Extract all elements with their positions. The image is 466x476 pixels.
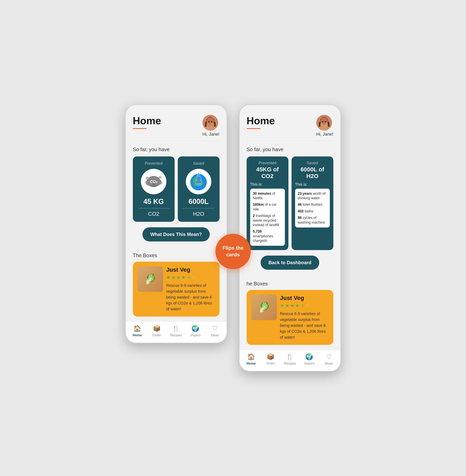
left-product-card: 🥬 Just Veg ★ ★ ★ ★ ★ ☆ Rescue 8-9 variet… (133, 262, 220, 317)
svg-point-32 (322, 121, 323, 122)
left-nav-impact[interactable]: 🌍 Impact (186, 325, 205, 337)
left-nav-recipes-label: Recipes (170, 333, 182, 337)
right-product-desc: Rescue 8-9 varieties of vegetable surplu… (280, 311, 329, 340)
svg-point-33 (325, 121, 326, 122)
left-co2-value: 45 KG (136, 197, 172, 206)
right-order-icon: 📦 (267, 353, 275, 360)
right-nav-ideas[interactable]: ♡ Ideas (319, 353, 338, 366)
left-page-title: Home (133, 115, 161, 127)
impact-icon: 🌍 (191, 325, 199, 332)
left-h2o-value: 6000L (181, 197, 216, 206)
order-icon: 📦 (153, 325, 161, 332)
right-co2-items: 30 minutes of Netflix 180km of a car rid… (250, 189, 285, 246)
right-star-1: ★ (280, 303, 284, 308)
left-h2o-icon-circle: SAVE THE WATER (186, 169, 211, 194)
right-header-left: Home (247, 115, 275, 129)
svg-text:WATER: WATER (196, 181, 201, 183)
right-veg-bag-image: 🥬 (251, 295, 277, 320)
right-star-3: ★ (290, 303, 294, 308)
left-title-underline (133, 128, 147, 129)
svg-point-31 (320, 117, 328, 123)
right-h2o-this-is: This is: (295, 182, 330, 187)
right-ideas-icon: ♡ (326, 353, 332, 360)
left-co2-card: Prevented (133, 156, 175, 222)
left-header-right: Hi, Jane! (202, 115, 220, 137)
svg-point-5 (210, 125, 213, 126)
right-nav-recipes[interactable]: 🍴 Recipes (280, 353, 300, 366)
left-nav-ideas[interactable]: ♡ Ideas (205, 325, 225, 337)
left-bottom-nav: 🏠 Home 📦 Order 🍴 Recipes 🌍 Impact ♡ (126, 321, 227, 343)
left-co2-label: Prevented (136, 161, 172, 166)
right-product-stars: ★ ★ ★ ★ ★ ☆ (280, 303, 329, 308)
left-nav-home[interactable]: 🏠 Home (128, 325, 147, 337)
left-h2o-card: Saved (178, 156, 220, 222)
flip-annotation: Flips the cards (215, 234, 251, 269)
flip-text-line1: Flips the (222, 245, 244, 251)
right-h2o-item-1: 23 years worth of drinking water (298, 191, 327, 201)
right-co2-item-3: 2 trashbags of waste recycled instead of… (253, 214, 282, 227)
right-nav-impact[interactable]: 🌍 Impact (300, 353, 319, 366)
svg-text:THE: THE (197, 179, 200, 181)
left-stats-row: Prevented (133, 156, 220, 222)
recipes-icon: 🍴 (172, 325, 180, 332)
left-boxes-section: The Boxes 🥬 Just Veg ★ ★ ★ ★ ★ ☆ Re (126, 252, 227, 317)
right-stats-row: Prevented 45KG of CO2 This is: 30 minute… (247, 156, 333, 250)
right-title-underline (247, 128, 260, 129)
right-avatar (316, 115, 332, 131)
svg-point-4 (208, 125, 210, 126)
right-h2o-expanded-value: 6000L of H2O (295, 166, 330, 179)
right-co2-item-1: 30 minutes of Netflix (253, 191, 282, 201)
right-main: So far, you have Prevented 45KG of CO2 T… (240, 141, 340, 281)
svg-text:CO₂: CO₂ (150, 179, 157, 184)
left-nav-order-label: Order (152, 333, 161, 337)
what-does-this-mean-button[interactable]: What Does This Mean? (142, 227, 210, 241)
svg-point-7 (211, 121, 212, 122)
right-co2-expanded-card: Prevented 45KG of CO2 This is: 30 minute… (247, 156, 288, 250)
left-phone: Home (125, 104, 227, 343)
right-recipes-icon: 🍴 (286, 353, 294, 360)
left-main: So far, you have Prevented (126, 141, 227, 252)
home-icon: 🏠 (133, 325, 141, 332)
left-so-far-text: So far, you have (133, 146, 220, 153)
ideas-icon: ♡ (212, 325, 218, 332)
svg-text:CO₂: CO₂ (159, 177, 162, 178)
star-6-empty: ☆ (192, 275, 196, 280)
left-nav-recipes[interactable]: 🍴 Recipes (166, 325, 186, 337)
right-nav-order-label: Order (266, 362, 275, 366)
right-header-right: Hi, Jane! (316, 115, 333, 137)
left-header: Home (126, 105, 227, 141)
right-nav-home[interactable]: 🏠 Home (242, 353, 261, 366)
right-greeting: Hi, Jane! (316, 132, 333, 137)
right-nav-recipes-label: Recipes (284, 362, 296, 366)
svg-point-17 (160, 182, 163, 184)
svg-point-6 (208, 121, 210, 122)
right-co2-item-2: 180km of a car ride (253, 202, 282, 212)
left-product-stars: ★ ★ ★ ★ ★ ☆ (166, 275, 215, 280)
right-product-name: Just Veg (280, 295, 329, 301)
star-2: ★ (171, 275, 176, 280)
star-4: ★ (182, 275, 186, 280)
left-co2-unit: CO2 (136, 211, 172, 217)
right-h2o-expanded-title: Saved (295, 161, 330, 165)
svg-point-3 (206, 117, 214, 123)
left-product-name: Just Veg (166, 266, 215, 273)
right-star-2: ★ (285, 303, 289, 308)
right-product-card: 🥬 Just Veg ★ ★ ★ ★ ★ ☆ Rescue 8-9 variet… (247, 290, 333, 345)
right-boxes-title: he Boxes (247, 281, 333, 287)
left-nav-ideas-label: Ideas (211, 333, 219, 337)
left-nav-order[interactable]: 📦 Order (147, 325, 166, 337)
left-product-desc: Rescue 8-9 varieties of vegetable surplu… (166, 283, 215, 312)
right-star-6-empty: ☆ (305, 303, 310, 308)
right-nav-order[interactable]: 📦 Order (261, 353, 280, 366)
right-bottom-nav: 🏠 Home 📦 Order 🍴 Recipes 🌍 Impact ♡ (240, 350, 340, 371)
left-veg-bag-image: 🥬 (138, 266, 163, 292)
left-greeting: Hi, Jane! (202, 132, 220, 137)
back-to-dashboard-button[interactable]: Back to Dashboard (261, 256, 319, 270)
right-nav-home-label: Home (246, 362, 256, 366)
right-h2o-items: 23 years worth of drinking water 46 toil… (295, 189, 330, 227)
flip-circle: Flips the cards (215, 234, 251, 269)
right-product-info: Just Veg ★ ★ ★ ★ ★ ☆ Rescue 8-9 varietie… (280, 295, 329, 340)
right-star-5-half: ★ (300, 303, 305, 308)
svg-text:SAVE: SAVE (197, 178, 200, 179)
left-co2-icon-circle: CO₂ CO₂ CO₂ (141, 169, 166, 194)
